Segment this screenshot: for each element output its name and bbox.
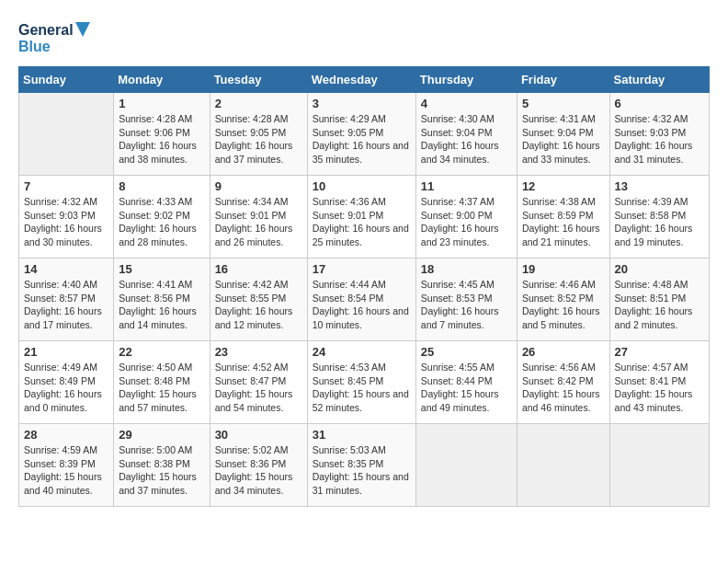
day-number: 3 — [313, 97, 411, 110]
day-number: 9 — [215, 179, 302, 193]
day-number: 5 — [522, 97, 605, 110]
calendar-table: SundayMondayTuesdayWednesdayThursdayFrid… — [18, 66, 710, 507]
cell-content: Sunrise: 5:02 AM Sunset: 8:36 PM Dayligh… — [215, 443, 302, 498]
day-number: 18 — [421, 262, 512, 276]
calendar-cell: 29Sunrise: 5:00 AM Sunset: 8:38 PM Dayli… — [114, 424, 210, 507]
calendar-cell: 1Sunrise: 4:28 AM Sunset: 9:06 PM Daylig… — [114, 93, 210, 176]
cell-content: Sunrise: 4:39 AM Sunset: 8:58 PM Dayligh… — [615, 195, 704, 249]
cell-content: Sunrise: 4:56 AM Sunset: 8:42 PM Dayligh… — [522, 361, 605, 415]
calendar-cell: 6Sunrise: 4:32 AM Sunset: 9:03 PM Daylig… — [609, 93, 709, 176]
day-number: 13 — [615, 179, 704, 193]
calendar-cell: 26Sunrise: 4:56 AM Sunset: 8:42 PM Dayli… — [517, 341, 609, 424]
calendar-cell: 27Sunrise: 4:57 AM Sunset: 8:41 PM Dayli… — [609, 341, 709, 424]
day-number: 29 — [119, 428, 204, 442]
day-number: 21 — [24, 345, 108, 359]
calendar-cell: 21Sunrise: 4:49 AM Sunset: 8:49 PM Dayli… — [19, 341, 114, 424]
day-number: 23 — [215, 345, 302, 359]
calendar-cell: 17Sunrise: 4:44 AM Sunset: 8:54 PM Dayli… — [307, 259, 415, 341]
cell-content: Sunrise: 4:45 AM Sunset: 8:53 PM Dayligh… — [421, 278, 512, 332]
cell-content: Sunrise: 4:49 AM Sunset: 8:49 PM Dayligh… — [24, 361, 108, 415]
weekday-header: Tuesday — [210, 67, 307, 93]
cell-content: Sunrise: 5:00 AM Sunset: 8:38 PM Dayligh… — [119, 443, 204, 498]
day-number: 30 — [215, 428, 302, 442]
cell-content: Sunrise: 4:55 AM Sunset: 8:44 PM Dayligh… — [421, 361, 512, 415]
cell-content: Sunrise: 4:42 AM Sunset: 8:55 PM Dayligh… — [215, 278, 302, 332]
day-number: 17 — [313, 262, 411, 276]
cell-content: Sunrise: 4:38 AM Sunset: 8:59 PM Dayligh… — [522, 195, 605, 249]
calendar-week-row: 21Sunrise: 4:49 AM Sunset: 8:49 PM Dayli… — [19, 341, 710, 424]
cell-content: Sunrise: 4:32 AM Sunset: 9:03 PM Dayligh… — [24, 195, 108, 249]
cell-content: Sunrise: 4:46 AM Sunset: 8:52 PM Dayligh… — [522, 278, 605, 332]
calendar-cell: 31Sunrise: 5:03 AM Sunset: 8:35 PM Dayli… — [307, 424, 415, 507]
calendar-cell: 20Sunrise: 4:48 AM Sunset: 8:51 PM Dayli… — [609, 259, 709, 341]
calendar-cell: 16Sunrise: 4:42 AM Sunset: 8:55 PM Dayli… — [210, 259, 307, 341]
cell-content: Sunrise: 4:28 AM Sunset: 9:06 PM Dayligh… — [119, 112, 204, 167]
logo: GeneralBlue — [18, 18, 101, 57]
calendar-cell: 30Sunrise: 5:02 AM Sunset: 8:36 PM Dayli… — [210, 424, 307, 507]
svg-text:General: General — [18, 22, 74, 38]
cell-content: Sunrise: 4:40 AM Sunset: 8:57 PM Dayligh… — [24, 278, 108, 332]
calendar-cell — [517, 424, 609, 507]
day-number: 19 — [522, 262, 605, 276]
calendar-week-row: 1Sunrise: 4:28 AM Sunset: 9:06 PM Daylig… — [19, 93, 710, 176]
calendar-cell: 13Sunrise: 4:39 AM Sunset: 8:58 PM Dayli… — [609, 176, 709, 259]
weekday-header: Friday — [517, 67, 609, 93]
calendar-cell: 23Sunrise: 4:52 AM Sunset: 8:47 PM Dayli… — [210, 341, 307, 424]
calendar-cell — [19, 93, 114, 176]
day-number: 16 — [215, 262, 302, 276]
svg-text:Blue: Blue — [18, 39, 51, 54]
cell-content: Sunrise: 4:52 AM Sunset: 8:47 PM Dayligh… — [215, 361, 302, 415]
cell-content: Sunrise: 4:32 AM Sunset: 9:03 PM Dayligh… — [615, 112, 704, 167]
day-number: 10 — [313, 179, 411, 193]
cell-content: Sunrise: 4:34 AM Sunset: 9:01 PM Dayligh… — [215, 195, 302, 249]
cell-content: Sunrise: 4:36 AM Sunset: 9:01 PM Dayligh… — [313, 195, 411, 249]
day-number: 14 — [24, 262, 108, 276]
calendar-cell: 7Sunrise: 4:32 AM Sunset: 9:03 PM Daylig… — [19, 176, 114, 259]
calendar-cell: 28Sunrise: 4:59 AM Sunset: 8:39 PM Dayli… — [19, 424, 114, 507]
calendar-cell: 9Sunrise: 4:34 AM Sunset: 9:01 PM Daylig… — [210, 176, 307, 259]
page-header: GeneralBlue — [18, 18, 710, 57]
calendar-header-row: SundayMondayTuesdayWednesdayThursdayFrid… — [19, 67, 710, 93]
weekday-header: Thursday — [415, 67, 517, 93]
day-number: 22 — [119, 345, 204, 359]
day-number: 31 — [313, 428, 411, 442]
calendar-cell: 22Sunrise: 4:50 AM Sunset: 8:48 PM Dayli… — [114, 341, 210, 424]
cell-content: Sunrise: 4:59 AM Sunset: 8:39 PM Dayligh… — [24, 443, 108, 498]
calendar-cell: 2Sunrise: 4:28 AM Sunset: 9:05 PM Daylig… — [210, 93, 307, 176]
calendar-cell: 18Sunrise: 4:45 AM Sunset: 8:53 PM Dayli… — [415, 259, 517, 341]
day-number: 27 — [615, 345, 704, 359]
cell-content: Sunrise: 4:29 AM Sunset: 9:05 PM Dayligh… — [313, 112, 411, 167]
calendar-cell: 5Sunrise: 4:31 AM Sunset: 9:04 PM Daylig… — [517, 93, 609, 176]
calendar-week-row: 7Sunrise: 4:32 AM Sunset: 9:03 PM Daylig… — [19, 176, 710, 259]
calendar-cell: 14Sunrise: 4:40 AM Sunset: 8:57 PM Dayli… — [19, 259, 114, 341]
day-number: 28 — [24, 428, 108, 442]
cell-content: Sunrise: 4:30 AM Sunset: 9:04 PM Dayligh… — [421, 112, 512, 167]
day-number: 25 — [421, 345, 512, 359]
cell-content: Sunrise: 4:53 AM Sunset: 8:45 PM Dayligh… — [313, 361, 411, 415]
day-number: 12 — [522, 179, 605, 193]
calendar-cell: 3Sunrise: 4:29 AM Sunset: 9:05 PM Daylig… — [307, 93, 415, 176]
day-number: 15 — [119, 262, 204, 276]
calendar-week-row: 14Sunrise: 4:40 AM Sunset: 8:57 PM Dayli… — [19, 259, 710, 341]
cell-content: Sunrise: 4:44 AM Sunset: 8:54 PM Dayligh… — [313, 278, 411, 332]
svg-marker-2 — [75, 22, 90, 37]
day-number: 4 — [421, 97, 512, 110]
logo-svg: GeneralBlue — [18, 18, 101, 57]
cell-content: Sunrise: 4:41 AM Sunset: 8:56 PM Dayligh… — [119, 278, 204, 332]
cell-content: Sunrise: 4:31 AM Sunset: 9:04 PM Dayligh… — [522, 112, 605, 167]
cell-content: Sunrise: 4:33 AM Sunset: 9:02 PM Dayligh… — [119, 195, 204, 249]
calendar-cell: 11Sunrise: 4:37 AM Sunset: 9:00 PM Dayli… — [415, 176, 517, 259]
day-number: 7 — [24, 179, 108, 193]
cell-content: Sunrise: 4:28 AM Sunset: 9:05 PM Dayligh… — [215, 112, 302, 167]
day-number: 26 — [522, 345, 605, 359]
calendar-cell: 10Sunrise: 4:36 AM Sunset: 9:01 PM Dayli… — [307, 176, 415, 259]
day-number: 2 — [215, 97, 302, 110]
day-number: 8 — [119, 179, 204, 193]
cell-content: Sunrise: 4:50 AM Sunset: 8:48 PM Dayligh… — [119, 361, 204, 415]
calendar-cell: 25Sunrise: 4:55 AM Sunset: 8:44 PM Dayli… — [415, 341, 517, 424]
weekday-header: Saturday — [609, 67, 709, 93]
cell-content: Sunrise: 4:57 AM Sunset: 8:41 PM Dayligh… — [615, 361, 704, 415]
cell-content: Sunrise: 5:03 AM Sunset: 8:35 PM Dayligh… — [313, 443, 411, 498]
weekday-header: Monday — [114, 67, 210, 93]
cell-content: Sunrise: 4:48 AM Sunset: 8:51 PM Dayligh… — [615, 278, 704, 332]
